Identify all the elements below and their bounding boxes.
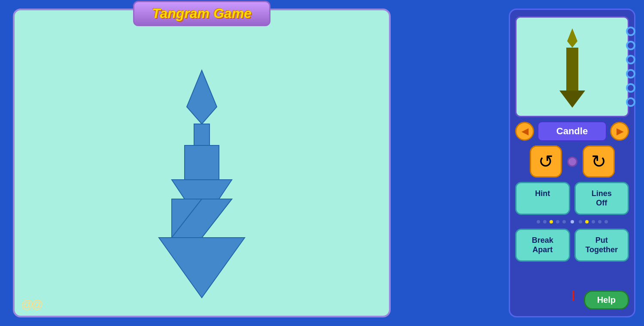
red-wire [572, 290, 574, 301]
tangram-area [15, 36, 389, 316]
help-button[interactable]: Help [584, 290, 629, 310]
flame-piece[interactable] [187, 70, 217, 124]
ring-4 [626, 69, 635, 78]
action-grid: Hint LinesOff [515, 182, 629, 215]
dot-4 [555, 219, 560, 224]
dot-7 [584, 219, 589, 224]
break-apart-button[interactable]: BreakApart [515, 229, 570, 262]
dot-1 [536, 219, 541, 224]
dot-8 [591, 219, 596, 224]
break-apart-label: BreakApart [532, 236, 553, 254]
next-button[interactable]: ▶ [610, 122, 629, 141]
notebook-preview [515, 16, 629, 117]
candle-preview-svg [551, 24, 594, 110]
game-board: Tangram Game @@ [13, 9, 391, 317]
prev-button[interactable]: ◀ [515, 122, 534, 141]
rotate-right-button[interactable]: ↻ [583, 145, 615, 178]
ring-1 [626, 27, 635, 36]
dots-row [515, 219, 629, 224]
upper-body-piece[interactable] [185, 145, 219, 180]
dot-10 [604, 219, 609, 224]
puzzle-name-label: Candle [538, 121, 607, 141]
bottom-triangle-piece[interactable] [159, 238, 245, 298]
neck-piece[interactable] [194, 124, 210, 145]
dot-5 [562, 219, 567, 224]
dot-9 [597, 219, 602, 224]
dot-3 [549, 219, 554, 224]
put-together-button[interactable]: PutTogether [574, 229, 629, 262]
svg-marker-0 [567, 28, 577, 48]
svg-marker-2 [559, 91, 585, 108]
rotate-left-button[interactable]: ↻ [530, 145, 562, 178]
title-banner: Tangram Game [133, 1, 270, 26]
lines-off-button[interactable]: LinesOff [574, 182, 629, 215]
rotate-row: ↻ ↻ [515, 145, 629, 178]
ring-2 [626, 41, 635, 50]
trapezoid-piece[interactable] [172, 180, 232, 199]
notebook-rings [626, 18, 635, 116]
coil-decoration: @@ [21, 298, 41, 311]
hint-button[interactable]: Hint [515, 182, 570, 215]
lines-off-label: LinesOff [592, 189, 612, 207]
right-panel: ◀ Candle ▶ ↻ ↻ Hint LinesOff [509, 9, 635, 317]
dot-6 [578, 219, 583, 224]
dot-sep [571, 220, 574, 223]
tangram-svg [116, 57, 288, 306]
svg-rect-1 [566, 48, 578, 91]
break-row: BreakApart PutTogether [515, 229, 629, 262]
rotate-center-hub [567, 157, 577, 167]
put-together-label: PutTogether [585, 236, 618, 254]
game-title: Tangram Game [152, 6, 252, 21]
ring-6 [626, 97, 635, 107]
dot-2 [542, 219, 547, 224]
nav-row: ◀ Candle ▶ [515, 121, 629, 141]
ring-3 [626, 55, 635, 64]
ring-5 [626, 83, 635, 93]
